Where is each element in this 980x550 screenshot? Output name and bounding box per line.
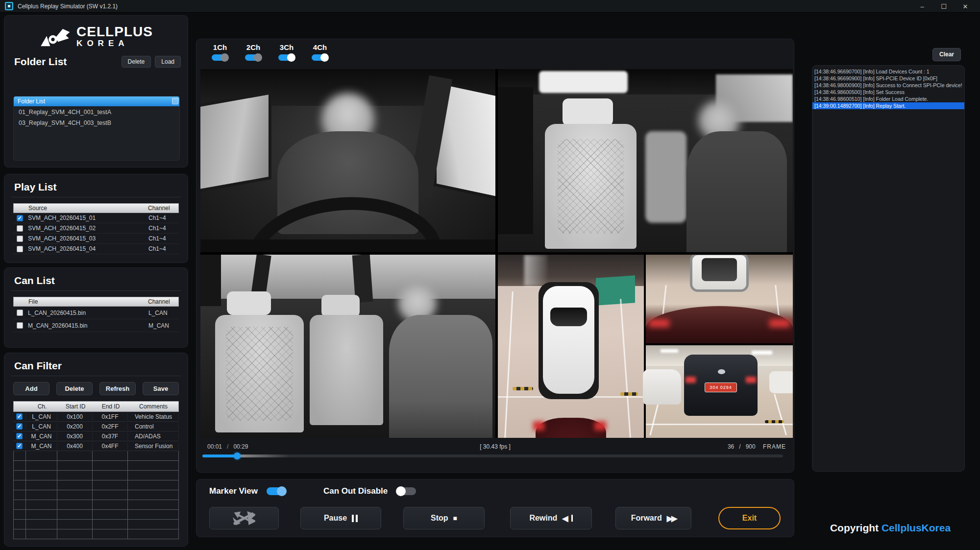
log-entry[interactable]: [14:38:46.98600500] [Info] Set Success [812, 89, 964, 96]
can-filter-title: Can Filter [14, 360, 62, 372]
stop-button[interactable]: Stop ■ [403, 507, 485, 529]
log-entry[interactable]: [14:38:46.98000900] [Info] Success to Co… [812, 82, 964, 89]
checkbox-unchecked-icon[interactable] [17, 310, 23, 316]
channel-toggle-bar: 1Ch2Ch3Ch4Ch [196, 39, 331, 69]
can-filter-save-button[interactable]: Save [143, 382, 179, 395]
maximize-button[interactable]: ☐ [933, 0, 955, 13]
video-channel-1[interactable] [200, 69, 495, 252]
channel-toggle-4ch[interactable]: 4Ch [309, 43, 331, 69]
passenger-torso [686, 131, 787, 252]
folder-list-box-header[interactable]: Folder List [14, 96, 179, 106]
can-filter-row[interactable]: M_CAN0x4000x4FFSensor Fusion [13, 441, 179, 451]
column-comments: Comments [128, 402, 178, 411]
forward-icon: ▶▶ [667, 514, 676, 523]
checkbox-unchecked-icon[interactable] [17, 322, 23, 329]
can-filter-empty-row [13, 451, 179, 461]
can-list-header: File Channel [13, 297, 179, 307]
window-title: Cellplus Replay Simulator (SW v1.2.1) [18, 3, 118, 10]
close-button[interactable]: ✕ [955, 0, 976, 13]
stop-icon: ■ [453, 514, 457, 522]
cellplus-logo: CELLPLUS KOREA [4, 16, 188, 49]
checkbox-unchecked-icon[interactable] [17, 246, 23, 252]
can-filter-refresh-button[interactable]: Refresh [99, 382, 136, 395]
log-entry[interactable]: [14:38:46.98600510] [Info] Folder Load C… [812, 96, 964, 102]
toggle-switch[interactable] [312, 54, 328, 61]
car-seat [310, 315, 384, 425]
folder-list-scroll-icon[interactable] [172, 98, 178, 104]
folder-list-title: Folder List [14, 56, 67, 68]
cellplus-logo-icon [39, 24, 71, 49]
column-end-id: End ID [93, 402, 128, 411]
seek-bar[interactable] [202, 454, 783, 457]
route-disabled-button[interactable] [209, 507, 279, 529]
can-filter-header: Ch. Start ID End ID Comments [13, 401, 179, 412]
folder-list-item[interactable]: 03_Replay_SVM_4CH_003_testB [14, 117, 179, 128]
car-window-left [200, 91, 271, 193]
video-grid: 304 0294 [200, 69, 793, 438]
can-filter-empty-row [13, 520, 179, 529]
log-entry[interactable]: [14:38:46.96690700] [Info] Load Devices … [812, 68, 964, 75]
fps-indicator: [ 30.43 fps ] [201, 443, 789, 450]
can-out-disable-toggle[interactable] [396, 487, 416, 495]
car-seat [215, 315, 304, 432]
passenger-torso [389, 315, 492, 438]
can-filter-row[interactable]: L_CAN0x1000x1FFVehicle Status [13, 412, 179, 422]
log-panel: [14:38:46.96690700] [Info] Load Devices … [812, 65, 965, 472]
frame-total: 900 [746, 443, 756, 450]
channel-toggle-2ch[interactable]: 2Ch [243, 43, 264, 69]
app-window: Cellplus Replay Simulator (SW v1.2.1) – … [0, 0, 980, 550]
can-filter-row[interactable]: L_CAN0x2000x2FFControl [13, 422, 179, 431]
rewind-button[interactable]: Rewind ◀ [510, 507, 592, 529]
can-filter-row[interactable]: M_CAN0x3000x37FAD/ADAS [13, 431, 179, 441]
folder-delete-button[interactable]: Delete [122, 56, 151, 68]
can-filter-delete-button[interactable]: Delete [56, 382, 93, 395]
toggle-switch[interactable] [245, 54, 262, 61]
checkbox-unchecked-icon[interactable] [17, 236, 23, 242]
log-list: [14:38:46.96690700] [Info] Load Devices … [812, 68, 964, 109]
column-file: File [26, 297, 146, 306]
can-list-row[interactable]: L_CAN_20260415.binL_CAN [13, 307, 179, 319]
marker-view-label: Marker View [209, 486, 258, 496]
can-filter-add-button[interactable]: Add [13, 382, 49, 395]
frame-current: 36 [728, 443, 734, 450]
folder-list-item[interactable]: 01_Replay_SVM_4CH_001_testA [14, 106, 179, 117]
log-entry[interactable]: [14:39:00.14892700] [Info] Replay Start. [812, 102, 964, 109]
play-list-row[interactable]: SVM_ACH_20260415_01Ch1~4 [13, 213, 179, 223]
marker-view-toggle[interactable] [267, 487, 286, 495]
folder-list-box: Folder List 01_Replay_SVM_4CH_001_testA0… [13, 96, 180, 161]
toggle-switch[interactable] [278, 54, 295, 61]
checkbox-checked-icon[interactable] [16, 433, 23, 439]
can-filter-rows: L_CAN0x1000x1FFVehicle StatusL_CAN0x2000… [13, 412, 179, 451]
checkbox-checked-icon[interactable] [16, 413, 23, 420]
checkbox-unchecked-icon[interactable] [17, 225, 23, 232]
car-seat [545, 124, 637, 248]
can-filter-empty-row [13, 471, 179, 480]
can-filter-empty-row [13, 461, 179, 471]
channel-toggle-1ch[interactable]: 1Ch [209, 43, 231, 69]
play-list-row[interactable]: SVM_ACH_20260415_04Ch1~4 [13, 244, 179, 254]
toggle-switch[interactable] [212, 54, 228, 61]
video-channel-3[interactable] [200, 255, 495, 438]
log-clear-button[interactable]: Clear [932, 48, 961, 61]
checkbox-checked-icon[interactable] [17, 215, 23, 221]
video-channel-4[interactable]: 304 0294 [498, 255, 793, 438]
pause-button[interactable]: Pause [300, 507, 381, 529]
copyright: Copyright CellplusKorea [809, 522, 971, 534]
title-bar: Cellplus Replay Simulator (SW v1.2.1) – … [0, 0, 980, 13]
forward-button[interactable]: Forward ▶▶ [615, 507, 691, 529]
exit-button[interactable]: Exit [718, 507, 781, 529]
frame-label: FRAME [763, 443, 786, 450]
folder-load-button[interactable]: Load [155, 56, 181, 68]
seek-bar-thumb[interactable] [234, 453, 241, 459]
checkbox-checked-icon[interactable] [16, 423, 23, 430]
checkbox-checked-icon[interactable] [16, 443, 23, 449]
play-list-row[interactable]: SVM_ACH_20260415_03Ch1~4 [13, 234, 179, 244]
play-list-row[interactable]: SVM_ACH_20260415_02Ch1~4 [13, 223, 179, 234]
log-entry[interactable]: [14:38:46.96690900] [Info] SPI-PCIE Devi… [812, 75, 964, 82]
seat-headrest [563, 98, 612, 126]
channel-toggle-3ch[interactable]: 3Ch [276, 43, 297, 69]
column-source: Source [26, 204, 146, 213]
minimize-button[interactable]: – [911, 0, 933, 13]
can-list-row[interactable]: M_CAN_20260415.binM_CAN [13, 319, 179, 332]
video-channel-2[interactable] [498, 69, 793, 252]
